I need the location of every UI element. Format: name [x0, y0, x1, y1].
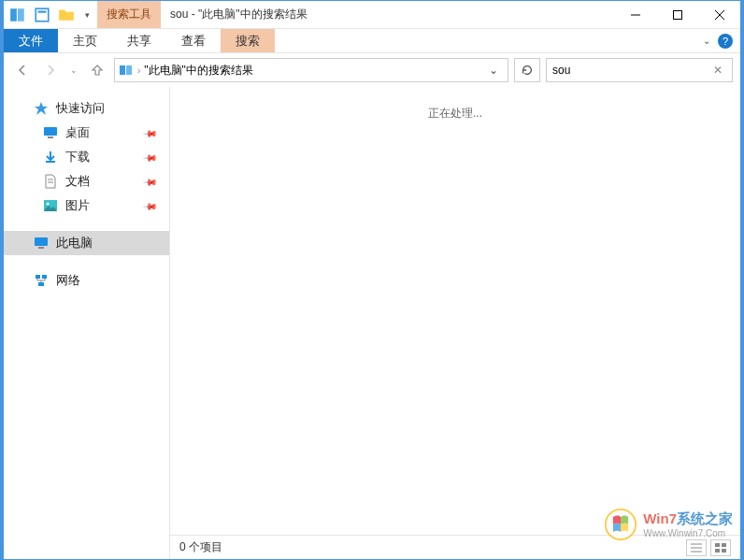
svg-rect-10: [44, 127, 57, 136]
refresh-button[interactable]: [514, 58, 540, 82]
content-status: 正在处理...: [170, 87, 740, 535]
explorer-body: 快速访问 桌面 📌 下载 📌 文档 📌 图片 📌: [4, 87, 740, 559]
close-button[interactable]: [698, 1, 740, 28]
desktop-icon: [43, 125, 58, 140]
sidebar-item-documents[interactable]: 文档 📌: [4, 169, 169, 194]
qat-new-folder-icon[interactable]: [58, 7, 75, 23]
processing-text: 正在处理...: [428, 106, 482, 535]
tab-view[interactable]: 查看: [166, 29, 221, 52]
view-thumbnails-button[interactable]: [710, 539, 731, 556]
pin-icon: 📌: [143, 150, 158, 165]
sidebar-this-pc[interactable]: 此电脑: [4, 231, 169, 255]
tab-share[interactable]: 共享: [112, 29, 166, 52]
file-explorer-window: ▾ 搜索工具 sou - "此电脑"中的搜索结果 文件 主页 共享 查看 搜索 …: [0, 0, 744, 560]
search-box[interactable]: sou ✕: [546, 58, 733, 82]
minimize-button[interactable]: [614, 1, 656, 28]
tab-home[interactable]: 主页: [58, 29, 112, 52]
titlebar: ▾ 搜索工具 sou - "此电脑"中的搜索结果: [4, 1, 740, 29]
sidebar-label: 桌面: [65, 124, 90, 141]
sidebar-item-pictures[interactable]: 图片 📌: [4, 194, 169, 218]
svg-rect-1: [18, 8, 24, 22]
svg-point-16: [47, 203, 50, 206]
watermark-text: Win7系统之家 Www.Winwin7.Com: [643, 510, 733, 538]
svg-rect-17: [35, 237, 48, 246]
sidebar-label: 下载: [65, 149, 90, 165]
qat-dropdown-icon[interactable]: ▾: [82, 7, 92, 23]
maximize-button[interactable]: [656, 1, 698, 28]
svg-rect-27: [715, 549, 720, 553]
view-details-button[interactable]: [686, 539, 707, 556]
star-icon: [34, 101, 49, 116]
tab-search[interactable]: 搜索: [221, 29, 275, 52]
window-title: sou - "此电脑"中的搜索结果: [161, 1, 308, 28]
download-icon: [43, 150, 58, 165]
nav-back-button[interactable]: [11, 59, 34, 81]
qat-properties-icon[interactable]: [34, 7, 50, 23]
sidebar-label: 文档: [65, 173, 90, 190]
breadcrumb-separator: ›: [137, 65, 140, 76]
window-controls: [614, 1, 740, 28]
sidebar-item-downloads[interactable]: 下载 📌: [4, 145, 169, 169]
svg-rect-0: [10, 8, 17, 22]
sidebar-label: 网络: [56, 272, 80, 289]
svg-rect-19: [36, 275, 40, 279]
svg-rect-8: [120, 65, 125, 75]
svg-rect-11: [48, 136, 53, 138]
search-clear-icon[interactable]: ✕: [709, 64, 726, 77]
network-icon: [34, 273, 49, 288]
item-count: 0 个项目: [179, 539, 222, 555]
svg-rect-5: [673, 10, 681, 19]
address-bar[interactable]: › "此电脑"中的搜索结果 ⌄: [114, 58, 508, 82]
app-icon: [9, 7, 26, 23]
sidebar-quick-access[interactable]: 快速访问: [4, 96, 169, 121]
nav-history-dropdown[interactable]: ⌄: [67, 59, 80, 81]
sidebar-label: 快速访问: [56, 100, 105, 117]
context-tab-label: 搜索工具: [97, 1, 161, 28]
svg-rect-21: [38, 282, 44, 286]
quick-access-toolbar: ▾: [4, 1, 97, 28]
pin-icon: 📌: [143, 125, 158, 140]
nav-row: ⌄ › "此电脑"中的搜索结果 ⌄ sou ✕: [4, 53, 740, 87]
ribbon-collapse-icon[interactable]: ⌄: [703, 36, 710, 46]
sidebar-network[interactable]: 网络: [4, 268, 169, 293]
address-path: "此电脑"中的搜索结果: [144, 63, 253, 79]
svg-rect-28: [722, 549, 726, 553]
content-pane: 正在处理... 0 个项目: [170, 87, 740, 559]
nav-forward-button[interactable]: [39, 59, 62, 81]
svg-rect-3: [38, 10, 47, 12]
svg-rect-20: [42, 275, 47, 279]
watermark-logo-icon: [604, 508, 637, 541]
search-value: sou: [552, 64, 709, 77]
pin-icon: 📌: [143, 198, 158, 213]
computer-icon: [34, 236, 49, 251]
ribbon-tabs: 文件 主页 共享 查看 搜索 ⌄ ?: [4, 29, 740, 53]
pictures-icon: [43, 198, 58, 213]
sidebar-label: 此电脑: [56, 235, 93, 251]
address-dropdown-icon[interactable]: ⌄: [483, 64, 504, 77]
svg-rect-26: [722, 543, 726, 547]
help-icon[interactable]: ?: [718, 34, 733, 49]
watermark: Win7系统之家 Www.Winwin7.Com: [604, 508, 733, 541]
sidebar-label: 图片: [65, 197, 90, 214]
pin-icon: 📌: [143, 174, 158, 189]
svg-rect-18: [38, 247, 44, 249]
nav-up-button[interactable]: [86, 59, 108, 81]
nav-sidebar: 快速访问 桌面 📌 下载 📌 文档 📌 图片 📌: [4, 87, 170, 559]
svg-rect-25: [715, 543, 720, 547]
svg-rect-9: [126, 65, 132, 75]
sidebar-item-desktop[interactable]: 桌面 📌: [4, 121, 169, 145]
svg-rect-2: [36, 8, 49, 22]
address-location-icon: [119, 63, 134, 78]
title-group: 搜索工具 sou - "此电脑"中的搜索结果: [97, 1, 614, 28]
document-icon: [43, 174, 58, 189]
file-tab[interactable]: 文件: [4, 29, 58, 52]
